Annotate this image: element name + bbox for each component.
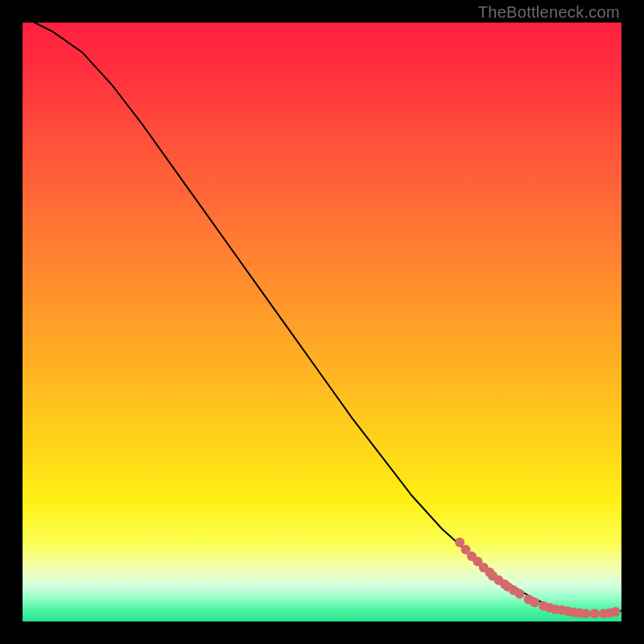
data-point xyxy=(611,607,621,617)
data-point xyxy=(530,597,539,607)
chart-container: TheBottleneck.com xyxy=(0,0,644,644)
chart-svg xyxy=(23,23,621,621)
bottleneck-curve xyxy=(35,23,621,613)
data-point xyxy=(580,609,590,618)
watermark-text: TheBottleneck.com xyxy=(478,3,620,22)
data-points-group xyxy=(455,538,620,619)
data-point xyxy=(590,609,600,618)
plot-area xyxy=(23,23,621,621)
data-point xyxy=(515,589,525,599)
